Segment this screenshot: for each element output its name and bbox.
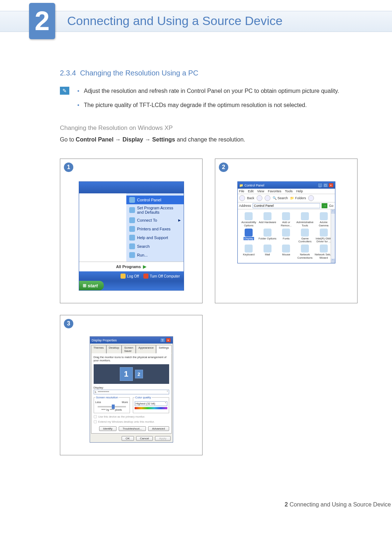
start-item-run[interactable]: Run... [126,251,184,259]
control-panel-item[interactable]: Add or Remov... [277,212,295,227]
menu-favorites[interactable]: Favorites [268,189,281,193]
control-panel-item[interactable]: Network Connections [296,245,314,259]
close-button[interactable]: × [166,338,171,342]
control-panel-item[interactable]: Display [240,229,258,243]
help-button[interactable]: ? [160,338,165,342]
start-item-help[interactable]: Help and Support [126,233,184,242]
control-panel-item[interactable]: Add Hardware [258,212,277,227]
minimize-button[interactable]: _ [318,183,323,188]
color-quality-select[interactable]: Highest (32 bit)˅ [135,401,167,406]
up-button-icon[interactable] [265,195,270,201]
forward-button-icon[interactable] [257,195,262,201]
run-icon [129,252,135,258]
log-off-button[interactable]: Log Off [121,274,139,279]
display-select[interactable]: 1. **********˅ [94,390,169,394]
views-button-icon[interactable] [308,195,314,201]
monitor-2-icon[interactable]: 2 [135,370,143,378]
cp-item-label: Intel(R) GMA Driver for ... [316,237,332,243]
control-panel-item[interactable]: Accessibility Options [240,212,258,227]
tab-desktop[interactable]: Desktop [106,345,122,353]
tab-appearance[interactable]: Appearance [136,345,156,353]
color-spectrum-icon [135,407,167,409]
folders-button[interactable]: 📁 Folders [290,196,306,200]
xp-start-right-column: Control Panel Set Program Access and Def… [126,193,184,262]
note-list: Adjust the resolution and refresh rate i… [77,87,339,115]
note-block: Adjust the resolution and refresh rate i… [60,87,358,115]
resolution-slider[interactable] [98,406,126,407]
control-panel-item[interactable]: Adobe Gamma [315,212,333,227]
cp-item-label: Game Controllers [298,237,311,243]
ok-button[interactable]: OK [122,436,134,441]
go-button[interactable]: → [322,203,327,208]
cp-item-icon [264,229,271,237]
search-button[interactable]: 🔍 Search [273,196,288,200]
menu-tools[interactable]: Tools [285,189,293,193]
menu-help[interactable]: Help [296,189,303,193]
start-item-printers[interactable]: Printers and Faxes [126,225,184,233]
monitor-1-icon[interactable]: 1 [120,367,133,381]
start-item-program-access[interactable]: Set Program Access and Defaults [126,204,184,216]
tab-settings[interactable]: Settings [156,345,171,353]
menu-bar: File Edit View Favorites Tools Help [238,189,335,194]
primary-monitor-checkbox[interactable]: Use this device as the primary monitor. [94,415,169,418]
close-button[interactable]: × [328,183,334,188]
start-item-connect-to[interactable]: Connect To▶ [126,216,184,225]
control-panel-item[interactable]: Folder Options [258,229,277,243]
menu-file[interactable]: File [239,189,245,193]
cancel-button[interactable]: Cancel [136,436,153,441]
address-input[interactable] [253,203,320,208]
control-panel-item[interactable]: Mouse [277,245,295,259]
tab-screen-saver[interactable]: Screen Saver [122,345,136,353]
window-titlebar: 📁 Control Panel _ □ × [238,182,335,189]
apply-button[interactable]: Apply [155,436,170,441]
control-panel-item[interactable]: Game Controllers [296,229,314,243]
chevron-down-icon: ˅ [167,390,168,394]
all-programs-button[interactable]: All Programs▶ [79,262,184,271]
monitor-layout[interactable]: 1 2 [94,364,169,384]
dialog-titlebar: Display Properties ? × [90,337,173,344]
troubleshoot-button[interactable]: Troubleshoot... [119,426,146,431]
advanced-button[interactable]: Advanced [148,426,169,431]
back-button[interactable]: Back [247,196,254,200]
address-bar: Address → Go [238,202,335,209]
go-label: Go [329,204,333,208]
chapter-title: Connecting and Using a Source Device [67,14,282,28]
identify-button[interactable]: Identify [99,426,117,431]
chapter-number: 2 [34,8,49,34]
cp-item-icon [320,229,328,237]
slider-thumb[interactable] [112,405,115,409]
scroll-down-icon[interactable]: ˅ [331,259,335,263]
scrollbar[interactable]: ˄ ˅ [331,209,335,263]
page-footer: 2 Connecting and Using a Source Device 3… [0,497,392,522]
step-badge-2: 2 [219,163,228,172]
cp-item-icon [245,229,253,237]
control-panel-item[interactable]: Intel(R) GMA Driver for ... [315,229,333,243]
maximize-button[interactable]: □ [323,183,328,188]
start-item-control-panel[interactable]: Control Panel [126,196,184,204]
start-item-search[interactable]: Search [126,242,184,251]
section-heading: 2.3.4 Changing the Resolution Using a PC [60,69,358,77]
cp-item-label: Accessibility Options [241,221,256,227]
settings-tab-pane: Drag the monitor icons to match the phys… [91,353,172,434]
control-panel-item[interactable]: Keyboard [240,245,258,259]
address-label: Address [239,204,251,208]
control-panel-item[interactable]: Network Setup Wizard [315,245,333,259]
control-panel-item[interactable]: Fonts [277,229,295,243]
dialog-button-row: OK Cancel Apply [90,435,173,442]
menu-view[interactable]: View [257,189,264,193]
tab-themes[interactable]: Themes [91,345,106,353]
dialog-tabs: ThemesDesktopScreen SaverAppearanceSetti… [90,344,173,353]
control-panel-item[interactable]: Administrative Tools [296,212,314,227]
turn-off-button[interactable]: Turn Off Computer [143,274,180,279]
scroll-up-icon[interactable]: ˄ [331,209,335,214]
xp-start-menu: Control Panel Set Program Access and Def… [79,181,184,291]
page-content: 2.3.4 Changing the Resolution Using a PC… [0,47,392,522]
menu-edit[interactable]: Edit [248,189,254,193]
footer-chapter-ref: 2 Connecting and Using a Source Device [285,501,391,508]
start-button[interactable]: start [79,281,104,290]
extend-desktop-checkbox[interactable]: Extend my Windows desktop onto this moni… [94,420,169,423]
cp-item-icon [282,245,290,253]
search-icon [129,243,135,249]
back-button-icon[interactable] [239,195,245,201]
control-panel-item[interactable]: Mail [258,245,277,259]
